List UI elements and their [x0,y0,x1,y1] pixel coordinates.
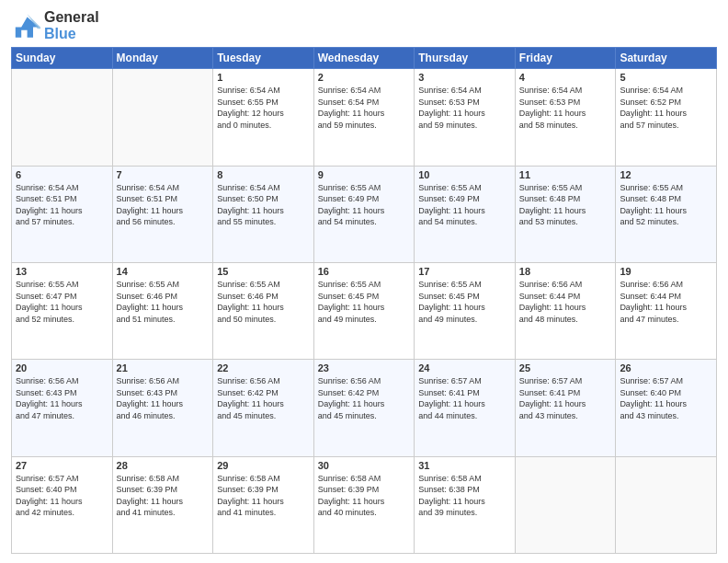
day-info: Sunrise: 6:57 AM Sunset: 6:40 PM Dayligh… [620,375,712,421]
calendar-cell: 3Sunrise: 6:54 AM Sunset: 6:53 PM Daylig… [415,69,516,166]
day-info: Sunrise: 6:55 AM Sunset: 6:48 PM Dayligh… [519,182,612,228]
day-info: Sunrise: 6:58 AM Sunset: 6:38 PM Dayligh… [418,473,511,519]
calendar-cell: 5Sunrise: 6:54 AM Sunset: 6:52 PM Daylig… [616,69,717,166]
calendar-cell: 21Sunrise: 6:56 AM Sunset: 6:43 PM Dayli… [112,360,213,456]
day-info: Sunrise: 6:55 AM Sunset: 6:45 PM Dayligh… [418,279,511,325]
calendar-cell: 24Sunrise: 6:57 AM Sunset: 6:41 PM Dayli… [415,360,516,456]
day-info: Sunrise: 6:55 AM Sunset: 6:49 PM Dayligh… [418,182,511,228]
calendar-cell: 8Sunrise: 6:54 AM Sunset: 6:50 PM Daylig… [213,166,314,262]
day-info: Sunrise: 6:54 AM Sunset: 6:53 PM Dayligh… [418,85,511,131]
logo-line2: Blue [44,26,99,42]
day-info: Sunrise: 6:56 AM Sunset: 6:42 PM Dayligh… [318,375,411,421]
calendar-cell: 9Sunrise: 6:55 AM Sunset: 6:49 PM Daylig… [313,166,415,262]
day-number: 13 [16,266,108,277]
day-number: 12 [620,169,712,180]
day-info: Sunrise: 6:56 AM Sunset: 6:44 PM Dayligh… [519,279,612,325]
calendar-week-row: 13Sunrise: 6:55 AM Sunset: 6:47 PM Dayli… [12,262,717,359]
day-info: Sunrise: 6:57 AM Sunset: 6:40 PM Dayligh… [16,473,108,519]
day-info: Sunrise: 6:54 AM Sunset: 6:51 PM Dayligh… [16,182,108,228]
calendar-header-row: SundayMondayTuesdayWednesdayThursdayFrid… [12,48,717,69]
calendar-cell: 11Sunrise: 6:55 AM Sunset: 6:48 PM Dayli… [515,166,616,262]
weekday-header: Friday [515,48,616,69]
day-info: Sunrise: 6:54 AM Sunset: 6:53 PM Dayligh… [519,85,612,131]
day-number: 26 [620,362,712,373]
day-number: 10 [418,169,511,180]
calendar-cell: 10Sunrise: 6:55 AM Sunset: 6:49 PM Dayli… [415,166,516,262]
day-info: Sunrise: 6:57 AM Sunset: 6:41 PM Dayligh… [418,375,511,421]
calendar-cell: 16Sunrise: 6:55 AM Sunset: 6:45 PM Dayli… [313,262,415,359]
day-info: Sunrise: 6:58 AM Sunset: 6:39 PM Dayligh… [318,473,411,519]
svg-marker-0 [16,17,40,37]
day-number: 24 [418,362,511,373]
day-number: 22 [217,362,310,373]
logo-text: General Blue [44,9,99,41]
calendar-cell: 22Sunrise: 6:56 AM Sunset: 6:42 PM Dayli… [213,360,314,456]
calendar-week-row: 1Sunrise: 6:54 AM Sunset: 6:55 PM Daylig… [12,69,717,166]
day-info: Sunrise: 6:55 AM Sunset: 6:47 PM Dayligh… [16,279,108,325]
day-info: Sunrise: 6:55 AM Sunset: 6:46 PM Dayligh… [117,279,210,325]
calendar-cell: 20Sunrise: 6:56 AM Sunset: 6:43 PM Dayli… [12,360,113,456]
calendar-week-row: 27Sunrise: 6:57 AM Sunset: 6:40 PM Dayli… [12,456,717,553]
day-info: Sunrise: 6:56 AM Sunset: 6:43 PM Dayligh… [117,375,210,421]
day-info: Sunrise: 6:56 AM Sunset: 6:44 PM Dayligh… [620,279,712,325]
weekday-header: Sunday [12,48,113,69]
day-number: 20 [16,362,108,373]
day-info: Sunrise: 6:56 AM Sunset: 6:43 PM Dayligh… [16,375,108,421]
day-number: 16 [318,266,411,277]
weekday-header: Wednesday [313,48,415,69]
day-number: 19 [620,266,712,277]
calendar-cell: 18Sunrise: 6:56 AM Sunset: 6:44 PM Dayli… [515,262,616,359]
day-number: 8 [217,169,310,180]
calendar-cell: 7Sunrise: 6:54 AM Sunset: 6:51 PM Daylig… [112,166,213,262]
calendar-cell: 29Sunrise: 6:58 AM Sunset: 6:39 PM Dayli… [213,456,314,553]
calendar-cell [515,456,616,553]
calendar-cell: 23Sunrise: 6:56 AM Sunset: 6:42 PM Dayli… [313,360,415,456]
calendar-cell: 27Sunrise: 6:57 AM Sunset: 6:40 PM Dayli… [12,456,113,553]
calendar-table: SundayMondayTuesdayWednesdayThursdayFrid… [11,47,717,554]
day-number: 14 [117,266,210,277]
day-info: Sunrise: 6:54 AM Sunset: 6:51 PM Dayligh… [117,182,210,228]
weekday-header: Monday [112,48,213,69]
calendar-cell: 4Sunrise: 6:54 AM Sunset: 6:53 PM Daylig… [515,69,616,166]
day-number: 15 [217,266,310,277]
page: General Blue SundayMondayTuesdayWednesda… [0,0,728,563]
calendar-cell [112,69,213,166]
day-info: Sunrise: 6:55 AM Sunset: 6:49 PM Dayligh… [318,182,411,228]
day-number: 23 [318,362,411,373]
day-number: 11 [519,169,612,180]
day-number: 28 [117,460,210,471]
day-info: Sunrise: 6:56 AM Sunset: 6:42 PM Dayligh… [217,375,310,421]
logo: General Blue [11,9,99,41]
weekday-header: Tuesday [213,48,314,69]
day-info: Sunrise: 6:54 AM Sunset: 6:52 PM Dayligh… [620,85,712,131]
calendar-cell [12,69,113,166]
header: General Blue [11,9,717,41]
calendar-cell: 2Sunrise: 6:54 AM Sunset: 6:54 PM Daylig… [313,69,415,166]
day-number: 5 [620,72,712,83]
calendar-cell: 31Sunrise: 6:58 AM Sunset: 6:38 PM Dayli… [415,456,516,553]
day-number: 21 [117,362,210,373]
day-number: 2 [318,72,411,83]
day-number: 3 [418,72,511,83]
day-info: Sunrise: 6:54 AM Sunset: 6:50 PM Dayligh… [217,182,310,228]
day-number: 25 [519,362,612,373]
calendar-week-row: 6Sunrise: 6:54 AM Sunset: 6:51 PM Daylig… [12,166,717,262]
day-number: 29 [217,460,310,471]
weekday-header: Saturday [616,48,717,69]
day-number: 27 [16,460,108,471]
calendar-cell: 25Sunrise: 6:57 AM Sunset: 6:41 PM Dayli… [515,360,616,456]
day-number: 4 [519,72,612,83]
calendar-week-row: 20Sunrise: 6:56 AM Sunset: 6:43 PM Dayli… [12,360,717,456]
calendar-cell: 19Sunrise: 6:56 AM Sunset: 6:44 PM Dayli… [616,262,717,359]
day-number: 17 [418,266,511,277]
day-info: Sunrise: 6:58 AM Sunset: 6:39 PM Dayligh… [217,473,310,519]
calendar-cell: 28Sunrise: 6:58 AM Sunset: 6:39 PM Dayli… [112,456,213,553]
calendar-cell: 14Sunrise: 6:55 AM Sunset: 6:46 PM Dayli… [112,262,213,359]
day-number: 7 [117,169,210,180]
calendar-cell: 6Sunrise: 6:54 AM Sunset: 6:51 PM Daylig… [12,166,113,262]
day-info: Sunrise: 6:55 AM Sunset: 6:45 PM Dayligh… [318,279,411,325]
day-number: 31 [418,460,511,471]
day-info: Sunrise: 6:57 AM Sunset: 6:41 PM Dayligh… [519,375,612,421]
calendar-cell: 13Sunrise: 6:55 AM Sunset: 6:47 PM Dayli… [12,262,113,359]
day-info: Sunrise: 6:54 AM Sunset: 6:54 PM Dayligh… [318,85,411,131]
